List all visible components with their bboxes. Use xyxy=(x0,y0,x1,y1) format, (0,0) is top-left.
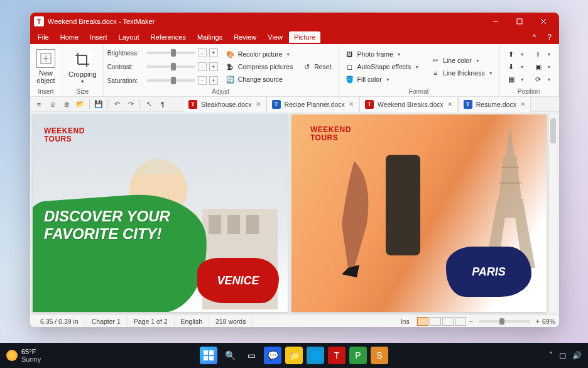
cropping-icon xyxy=(73,50,92,69)
menu-insert[interactable]: Insert xyxy=(85,31,112,43)
menu-references[interactable]: References xyxy=(146,31,191,43)
reset-button[interactable]: ↺Reset xyxy=(299,60,334,73)
align-icon: ⫴ xyxy=(533,49,543,59)
qa-new-icon[interactable]: 🗎 xyxy=(60,98,73,111)
autoshape-icon: ◻ xyxy=(345,62,355,72)
start-button[interactable] xyxy=(200,347,217,364)
menu-layout[interactable]: Layout xyxy=(114,31,144,43)
line-thickness-icon: ≡ xyxy=(430,68,440,78)
ribbon-group-insert: New object Insert xyxy=(30,44,62,96)
zoom-in-button[interactable]: + xyxy=(536,318,540,325)
status-position: 6.35 / 0.39 in xyxy=(34,315,85,327)
taskbar-textmaker-icon[interactable]: T xyxy=(328,347,346,364)
minimize-button[interactable] xyxy=(484,13,508,30)
close-tab-icon[interactable]: ✕ xyxy=(520,101,525,108)
help-button[interactable]: ? xyxy=(542,33,557,42)
status-insert-mode[interactable]: Ins xyxy=(395,315,416,327)
doctab-resume[interactable]: TResume.docx✕ xyxy=(458,97,531,112)
line-thickness-button[interactable]: ≡Line thickness▼ xyxy=(428,67,495,79)
saturation-slider[interactable]: Saturation:-+ xyxy=(107,74,218,87)
menu-view[interactable]: View xyxy=(263,31,288,43)
qa-open-icon[interactable]: 📂 xyxy=(74,98,87,111)
status-words[interactable]: 218 words xyxy=(209,315,253,327)
status-chapter[interactable]: Chapter 1 xyxy=(85,315,128,327)
tray-volume-icon[interactable]: 🔊 xyxy=(572,351,582,360)
tray-chevron-icon[interactable]: ˄ xyxy=(549,351,553,360)
menu-home[interactable]: Home xyxy=(55,31,84,43)
line-color-button[interactable]: ✏Line color▼ xyxy=(428,54,495,67)
title-bar: T Weekend Breaks.docx - TextMaker xyxy=(30,13,559,30)
page-1[interactable]: WEEKENDTOURS DISCOVER YOUR FAVORITE CITY… xyxy=(33,114,288,312)
doctab-steakhouse[interactable]: TSteakhouse.docx✕ xyxy=(183,97,266,112)
position-btn-2[interactable]: ⬇▼ xyxy=(504,60,527,73)
close-tab-icon[interactable]: ✕ xyxy=(447,101,452,108)
compress-icon: 🗜 xyxy=(226,62,236,72)
view-mode-2[interactable] xyxy=(430,317,441,326)
view-mode-3[interactable] xyxy=(442,317,454,326)
change-source-button[interactable]: 🔄Change source xyxy=(223,73,296,86)
align-btn[interactable]: ⫴▼ xyxy=(531,48,554,60)
collapse-ribbon-button[interactable]: ^ xyxy=(528,33,542,42)
status-language[interactable]: English xyxy=(175,315,209,327)
status-page[interactable]: Page 1 of 2 xyxy=(128,315,175,327)
autoshape-effects-button[interactable]: ◻AutoShape effects▼ xyxy=(342,60,422,73)
svg-rect-8 xyxy=(209,215,221,234)
cropping-button[interactable]: Cropping ▼ xyxy=(66,47,99,87)
menu-picture[interactable]: Picture xyxy=(289,31,320,43)
qa-formatting-icon[interactable]: ¶ xyxy=(156,98,169,111)
ribbon-caption-adjust: Adjust xyxy=(107,87,334,95)
reset-icon: ↺ xyxy=(302,62,312,72)
close-tab-icon[interactable]: ✕ xyxy=(349,101,354,108)
taskbar-search-icon[interactable]: 🔍 xyxy=(221,347,239,364)
page-2[interactable]: WEEKENDTOURS PARIS xyxy=(291,114,547,312)
menu-mailings[interactable]: Mailings xyxy=(192,31,227,43)
qa-save-icon[interactable]: 💾 xyxy=(92,98,105,111)
new-object-button[interactable]: New object xyxy=(34,47,58,87)
ribbon-group-size: Cropping ▼ Size xyxy=(62,44,104,96)
contrast-slider[interactable]: Contrast:-+ xyxy=(107,60,218,73)
photo-frame-icon: 🖼 xyxy=(345,49,355,59)
photo-frame-button[interactable]: 🖼Photo frame▼ xyxy=(342,48,422,60)
taskbar-presentations-icon[interactable]: S xyxy=(371,347,388,364)
tray-network-icon[interactable]: ▢ xyxy=(559,351,566,360)
taskbar-edge-icon[interactable]: 🌐 xyxy=(307,347,324,364)
position-btn-3[interactable]: ▦▼ xyxy=(504,73,527,86)
doctab-recipe[interactable]: TRecipe Planner.docx✕ xyxy=(266,97,359,112)
taskbar-explorer-icon[interactable]: 📁 xyxy=(285,347,303,364)
task-tray: 🔍 ▭ 💬 📁 🌐 T P S xyxy=(200,347,388,364)
view-mode-4[interactable] xyxy=(455,317,466,326)
menu-review[interactable]: Review xyxy=(229,31,261,43)
zoom-slider[interactable] xyxy=(479,320,530,323)
qa-undo-icon[interactable]: ↶ xyxy=(111,98,123,111)
weather-widget[interactable]: 65°FSunny xyxy=(6,348,41,363)
taskbar-taskview-icon[interactable]: ▭ xyxy=(242,347,260,364)
qa-menu-icon[interactable]: ≡ xyxy=(33,98,45,111)
taskbar-planmaker-icon[interactable]: P xyxy=(349,347,367,364)
position-btn-1[interactable]: ⬆▼ xyxy=(504,48,527,60)
vertical-scrollbar[interactable] xyxy=(548,114,557,312)
document-area: WEEKENDTOURS DISCOVER YOUR FAVORITE CITY… xyxy=(30,112,559,315)
view-mode-1[interactable] xyxy=(417,317,428,326)
group-btn[interactable]: ▣▼ xyxy=(531,60,554,73)
ribbon-group-resize: Width ▴▾ Height ▴▾ Keep aspect ratio Res… xyxy=(558,44,559,96)
taskbar-app-1[interactable]: 💬 xyxy=(264,347,281,364)
brightness-slider[interactable]: Brightness:-+ xyxy=(107,47,218,59)
doctab-weekend[interactable]: TWeekend Breaks.docx✕ xyxy=(359,97,458,112)
rotate-icon: ⟳ xyxy=(533,74,543,84)
close-tab-icon[interactable]: ✕ xyxy=(256,101,261,108)
qa-redo-icon[interactable]: ↷ xyxy=(124,98,137,111)
qa-cursor-icon[interactable]: ↖ xyxy=(143,98,155,111)
group-icon: ▣ xyxy=(533,62,543,72)
fill-color-button[interactable]: 🪣Fill color▼ xyxy=(342,73,422,86)
rotate-btn[interactable]: ⟳▼ xyxy=(531,73,554,86)
recolor-picture-button[interactable]: 🎨Recolor picture▼ xyxy=(223,48,296,60)
qa-toggle-icon[interactable]: ⎚ xyxy=(46,98,59,111)
maximize-button[interactable] xyxy=(508,13,531,30)
zoom-level[interactable]: 69% xyxy=(542,318,555,325)
compress-pictures-button[interactable]: 🗜Compress pictures xyxy=(223,60,296,73)
svg-rect-21 xyxy=(204,356,208,360)
zoom-out-button[interactable]: − xyxy=(469,318,473,325)
venice-badge: VENICE xyxy=(197,258,279,303)
close-button[interactable] xyxy=(531,13,555,30)
menu-file[interactable]: File xyxy=(33,31,54,43)
